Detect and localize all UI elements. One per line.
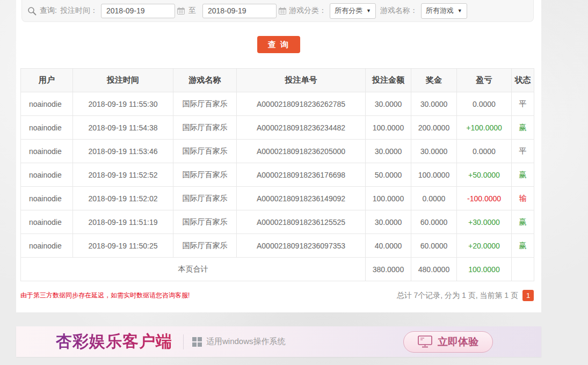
page-number-button[interactable]: 1 (522, 290, 534, 301)
brand-logo: 杏彩娱乐客户端 (56, 331, 172, 353)
cell-profit: +20.0000 (457, 234, 512, 258)
game-name-value: 所有游戏 (426, 6, 454, 16)
cell-profit: +100.0000 (457, 116, 512, 140)
cell-prize: 200.0000 (411, 116, 457, 140)
cell-user: noainodie (21, 92, 73, 116)
cell-user: noainodie (21, 187, 73, 210)
header-user: 用户 (21, 69, 73, 92)
to-label: 至 (188, 6, 196, 16)
cell-bet-time: 2018-09-19 11:52:02 (73, 187, 173, 210)
summary-profit: 100.0000 (457, 258, 512, 281)
cell-prize: 30.0000 (411, 140, 457, 163)
game-category-label: 游戏分类： (289, 6, 326, 16)
cell-order-no: A00002180918236205000 (237, 140, 366, 163)
calendar-icon[interactable] (279, 7, 286, 14)
cell-game-name: 国际厅百家乐 (173, 116, 237, 140)
query-label: 查询: (40, 6, 57, 16)
bet-time-label: 投注时间： (60, 6, 98, 16)
cell-bet-amount: 30.0000 (366, 140, 411, 163)
header-prize: 奖金 (411, 69, 457, 92)
delay-notice: 由于第三方数据同步存在延迟，如需实时数据请您咨询客服! (20, 291, 190, 300)
bet-records-table-wrap: 用户 投注时间 游戏名称 投注单号 投注金额 奖金 盈亏 状态 noainodi… (20, 68, 534, 281)
game-category-value: 所有分类 (335, 6, 362, 16)
table-row: noainodie2018-09-19 11:52:52国际厅百家乐A00002… (21, 163, 534, 187)
cell-user: noainodie (21, 210, 73, 234)
cell-status: 输 (512, 187, 534, 210)
query-button[interactable]: 查 询 (257, 36, 300, 53)
summary-prize: 480.0000 (411, 258, 457, 281)
game-name-select[interactable]: 所有游戏 ▼ (421, 3, 467, 19)
header-bet-time: 投注时间 (73, 69, 173, 92)
cell-bet-amount: 50.0000 (366, 163, 411, 187)
meta-row: 由于第三方数据同步存在延迟，如需实时数据请您咨询客服! 总计 7个记录, 分为 … (20, 290, 534, 301)
cell-order-no: A00002180918236097353 (237, 234, 366, 258)
table-header-row: 用户 投注时间 游戏名称 投注单号 投注金额 奖金 盈亏 状态 (21, 69, 534, 92)
cell-game-name: 国际厅百家乐 (173, 187, 237, 210)
cell-bet-amount: 40.0000 (366, 234, 411, 258)
table-row: noainodie2018-09-19 11:54:38国际厅百家乐A00002… (21, 116, 534, 140)
search-bar: 查询: 投注时间： 至 游戏分类： 所有分类 ▼ 游戏名称： 所有游戏 ▼ (21, 0, 534, 22)
cell-order-no: A00002180918236234482 (237, 116, 366, 140)
header-game-name: 游戏名称 (173, 69, 237, 92)
cell-status: 平 (512, 92, 534, 116)
cell-bet-amount: 30.0000 (366, 210, 411, 234)
table-row: noainodie2018-09-19 11:51:19国际厅百家乐A00002… (21, 210, 534, 234)
content-panel: 查询: 投注时间： 至 游戏分类： 所有分类 ▼ 游戏名称： 所有游戏 ▼ 查 … (16, 0, 541, 312)
pagination-summary: 总计 7个记录, 分为 1 页, 当前第 1 页 (397, 291, 518, 301)
table-row: noainodie2018-09-19 11:55:30国际厅百家乐A00002… (21, 92, 534, 116)
try-now-button[interactable]: 立即体验 (403, 331, 493, 353)
cell-profit: 0.0000 (457, 92, 512, 116)
cell-game-name: 国际厅百家乐 (173, 92, 237, 116)
cell-user: noainodie (21, 140, 73, 163)
cell-user: noainodie (21, 234, 73, 258)
cell-game-name: 国际厅百家乐 (173, 234, 237, 258)
cell-prize: 60.0000 (411, 234, 457, 258)
bet-records-table: 用户 投注时间 游戏名称 投注单号 投注金额 奖金 盈亏 状态 noainodi… (20, 68, 534, 281)
cell-status: 赢 (512, 116, 534, 140)
game-category-select[interactable]: 所有分类 ▼ (330, 3, 376, 19)
platform-text: 适用windows操作系统 (206, 337, 286, 347)
cell-profit: -100.0000 (457, 187, 512, 210)
windows-icon (192, 337, 202, 347)
cell-user: noainodie (21, 163, 73, 187)
cell-prize: 30.0000 (411, 92, 457, 116)
summary-status-empty (512, 258, 534, 281)
cell-order-no: A00002180918236262785 (237, 92, 366, 116)
cell-bet-time: 2018-09-19 11:52:52 (73, 163, 173, 187)
cell-user: noainodie (21, 116, 73, 140)
chevron-down-icon: ▼ (458, 8, 462, 13)
calendar-icon[interactable] (177, 7, 185, 14)
cell-bet-time: 2018-09-19 11:55:30 (73, 92, 173, 116)
date-to-input[interactable] (202, 4, 277, 18)
cell-bet-amount: 100.0000 (366, 116, 411, 140)
cell-order-no: A00002180918236125525 (237, 210, 366, 234)
try-now-label: 立即体验 (438, 335, 478, 349)
game-name-label: 游戏名称： (380, 6, 418, 16)
cell-profit: +50.0000 (457, 163, 512, 187)
search-icon (27, 6, 37, 16)
cell-game-name: 国际厅百家乐 (173, 210, 237, 234)
table-row: noainodie2018-09-19 11:52:02国际厅百家乐A00002… (21, 187, 534, 210)
cell-bet-time: 2018-09-19 11:54:38 (73, 116, 173, 140)
cell-status: 赢 (512, 234, 534, 258)
cell-status: 平 (512, 140, 534, 163)
cell-order-no: A00002180918236149092 (237, 187, 366, 210)
divider (183, 334, 184, 349)
header-profit: 盈亏 (457, 69, 512, 92)
header-bet-amount: 投注金额 (366, 69, 411, 92)
date-from-input[interactable] (101, 4, 175, 18)
summary-label: 本页合计 (21, 258, 366, 281)
chevron-down-icon: ▼ (366, 8, 371, 13)
header-order-no: 投注单号 (237, 69, 366, 92)
cell-game-name: 国际厅百家乐 (173, 140, 237, 163)
header-status: 状态 (512, 69, 534, 92)
cell-bet-amount: 100.0000 (366, 187, 411, 210)
cell-game-name: 国际厅百家乐 (173, 163, 237, 187)
cell-bet-amount: 30.0000 (366, 92, 411, 116)
table-row: noainodie2018-09-19 11:53:46国际厅百家乐A00002… (21, 140, 534, 163)
summary-row: 本页合计 380.0000 480.0000 100.0000 (21, 258, 534, 281)
cell-bet-time: 2018-09-19 11:51:19 (73, 210, 173, 234)
pagination: 总计 7个记录, 分为 1 页, 当前第 1 页 1 (397, 290, 534, 301)
monitor-icon (418, 335, 432, 348)
cell-prize: 0.0000 (411, 187, 457, 210)
